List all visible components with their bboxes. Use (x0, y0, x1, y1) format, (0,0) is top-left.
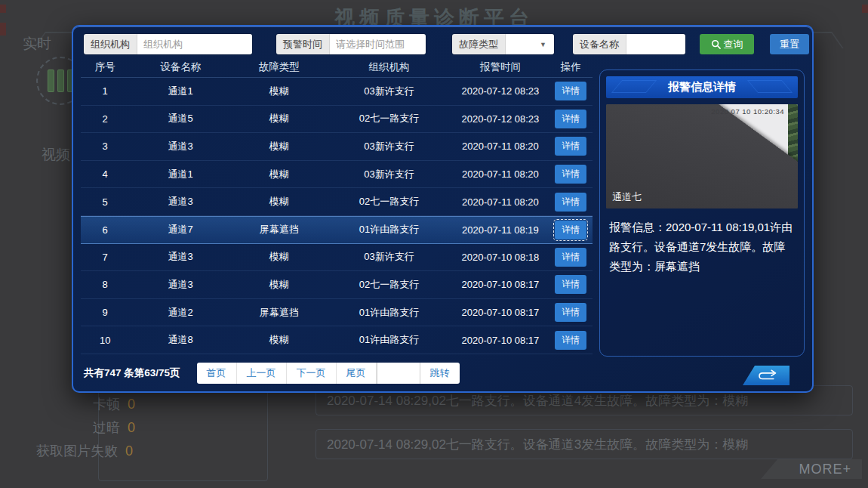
fault-type-filter: 故障类型 ▼ (452, 34, 554, 54)
snapshot-channel-label: 通道七 (612, 190, 642, 204)
detail-button[interactable]: 详情 (555, 165, 586, 184)
prev-page-button[interactable]: 上一页 (237, 363, 287, 384)
more-button[interactable]: MORE+ (761, 459, 862, 479)
cell-alarm-time: 2020-07-10 08:17 (452, 335, 549, 346)
bg-video-label: 视频 (42, 145, 70, 165)
table-row[interactable]: 8 通道3 模糊 02七一路支行 2020-07-10 08:17 详情 (81, 271, 593, 299)
cell-action: 详情 (549, 193, 593, 212)
detail-button[interactable]: 详情 (555, 303, 586, 322)
alarm-table: 序号设备名称故障类型组织机构报警时间操作 1 通道1 模糊 03新许支行 202… (81, 57, 593, 354)
pagination: 共有747 条第63/75页 首页 上一页 下一页 尾页 跳转 (84, 363, 460, 384)
camera-snapshot: 2020 07 10 10:20:34 通道七 (606, 104, 798, 208)
page-jump-input[interactable] (377, 363, 420, 384)
device-name-input[interactable] (626, 34, 685, 54)
bg-stat-value: 0 (128, 397, 135, 412)
cell-fault-type: 模糊 (232, 250, 326, 264)
table-header-cell: 故障类型 (232, 60, 326, 74)
cell-index: 2 (81, 113, 129, 125)
first-page-button[interactable]: 首页 (197, 363, 237, 384)
cell-device: 通道5 (129, 112, 232, 125)
cell-device: 通道3 (129, 195, 232, 208)
cell-action: 详情 (549, 165, 593, 184)
table-header-cell: 操作 (549, 60, 593, 74)
table-body: 1 通道1 模糊 03新许支行 2020-07-12 08:23 详情 2 通道… (81, 78, 593, 354)
time-filter-input[interactable] (330, 34, 426, 54)
cell-action: 详情 (549, 110, 593, 128)
cell-alarm-time: 2020-07-12 08:23 (452, 113, 549, 125)
table-row[interactable]: 9 通道2 屏幕遮挡 01许由路支行 2020-07-10 08:17 详情 (81, 299, 593, 327)
cell-action: 详情 (549, 137, 593, 156)
collapse-return-button[interactable] (743, 366, 790, 385)
cell-fault-type: 模糊 (232, 140, 326, 153)
table-row[interactable]: 4 通道1 模糊 03新许支行 2020-07-11 08:20 详情 (81, 161, 593, 189)
table-row[interactable]: 3 通道3 模糊 03新许支行 2020-07-11 08:20 详情 (81, 133, 593, 161)
cell-org: 03新许支行 (326, 250, 451, 264)
cell-fault-type: 屏幕遮挡 (232, 223, 326, 236)
reset-button[interactable]: 重置 (770, 34, 809, 54)
detail-button[interactable]: 详情 (555, 275, 586, 294)
cell-index: 4 (81, 168, 129, 180)
jump-button[interactable]: 跳转 (420, 363, 460, 384)
reset-button-label: 重置 (780, 38, 799, 51)
detail-button[interactable]: 详情 (555, 221, 586, 239)
org-filter-input[interactable] (137, 34, 252, 54)
table-row[interactable]: 10 通道8 模糊 01许由路支行 2020-07-10 08:17 详情 (81, 326, 593, 354)
bg-stat-value: 0 (125, 443, 133, 459)
time-filter-label: 预警时间 (276, 34, 330, 54)
last-page-button[interactable]: 尾页 (337, 363, 377, 384)
cell-index: 9 (81, 307, 129, 318)
cell-device: 通道1 (129, 85, 232, 98)
fault-type-select[interactable]: ▼ (506, 34, 554, 54)
cell-device: 通道3 (129, 250, 232, 264)
gauge-bar (48, 69, 54, 92)
cell-alarm-time: 2020-07-10 08:18 (452, 252, 549, 263)
org-filter: 组织机构 (84, 34, 252, 54)
cell-index: 10 (81, 335, 129, 346)
detail-button[interactable]: 详情 (555, 248, 586, 267)
alarm-detail-panel: 报警信息详情 2020 07 10 10:20:34 通道七 报警信息：2020… (599, 69, 805, 357)
screen: 视频质量诊断平台 实时 视频 卡顿0 过暗0 获取图片失败0 2020-07-1… (0, 0, 868, 488)
bg-alarm-message: 2020-07-14 08:29,02七一路支行。设备通道3发生故障。故障类型为… (315, 429, 853, 459)
detail-button[interactable]: 详情 (555, 193, 586, 212)
bg-stat-item: 卡顿0 (93, 395, 135, 413)
table-row[interactable]: 6 通道7 屏幕遮挡 01许由路支行 2020-07-11 08:19 详情 (81, 216, 593, 244)
table-header-cell: 设备名称 (129, 60, 232, 74)
cell-action: 详情 (549, 221, 593, 239)
table-row[interactable]: 2 通道5 模糊 02七一路支行 2020-07-12 08:23 详情 (81, 106, 593, 134)
alarm-detail-text: 报警信息：2020-07-11 08:19,01许由路支行。设备通道7发生故障。… (609, 218, 795, 276)
table-header-cell: 报警时间 (452, 60, 549, 74)
next-page-button[interactable]: 下一页 (287, 363, 337, 384)
gauge-bar (57, 69, 64, 92)
detail-button[interactable]: 详情 (555, 110, 586, 128)
table-row[interactable]: 1 通道1 模糊 03新许支行 2020-07-12 08:23 详情 (81, 78, 593, 106)
search-icon (711, 39, 721, 49)
edge-mark (862, 5, 868, 13)
cell-org: 03新许支行 (326, 140, 451, 153)
cell-fault-type: 模糊 (232, 195, 326, 208)
cell-alarm-time: 2020-07-11 08:20 (452, 141, 549, 152)
filter-bar: 组织机构 预警时间 故障类型 ▼ 设备名称 (84, 34, 806, 54)
alarm-list-modal: 组织机构 预警时间 故障类型 ▼ 设备名称 (72, 25, 814, 393)
cell-index: 7 (81, 252, 129, 263)
cell-action: 详情 (549, 82, 593, 100)
table-row[interactable]: 5 通道3 模糊 02七一路支行 2020-07-11 08:20 详情 (81, 188, 593, 216)
cell-index: 5 (81, 196, 129, 208)
cell-action: 详情 (549, 275, 593, 294)
cell-index: 1 (81, 85, 129, 97)
cell-org: 02七一路支行 (326, 195, 451, 208)
detail-button[interactable]: 详情 (555, 331, 586, 350)
detail-button[interactable]: 详情 (555, 137, 586, 156)
return-arrow-icon (753, 369, 779, 382)
detail-button[interactable]: 详情 (555, 82, 586, 100)
fault-type-filter-label: 故障类型 (452, 34, 506, 54)
time-filter: 预警时间 (276, 34, 426, 54)
table-row[interactable]: 7 通道3 模糊 03新许支行 2020-07-10 08:18 详情 (81, 244, 593, 272)
cell-device: 通道1 (129, 168, 232, 181)
chevron-down-icon: ▼ (540, 41, 546, 48)
org-filter-label: 组织机构 (84, 34, 137, 54)
cell-fault-type: 模糊 (232, 85, 326, 98)
bg-stat-value: 0 (128, 420, 135, 435)
query-button[interactable]: 查询 (700, 34, 754, 54)
cell-device: 通道3 (129, 278, 232, 292)
cell-fault-type: 模糊 (232, 112, 326, 125)
